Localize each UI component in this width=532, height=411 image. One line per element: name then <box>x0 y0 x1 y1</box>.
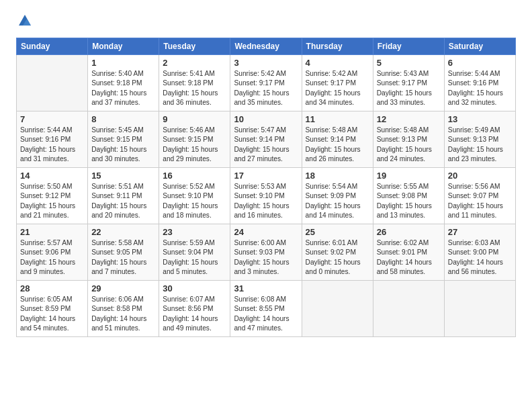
week-row-3: 14Sunrise: 5:50 AMSunset: 9:12 PMDayligh… <box>17 168 516 224</box>
day-number: 14 <box>20 171 84 181</box>
calendar-cell: 9Sunrise: 5:46 AMSunset: 9:15 PMDaylight… <box>159 111 230 168</box>
calendar-cell: 19Sunrise: 5:55 AMSunset: 9:08 PMDayligh… <box>373 168 444 224</box>
calendar-cell: 15Sunrise: 5:51 AMSunset: 9:11 PMDayligh… <box>88 168 159 224</box>
week-row-2: 7Sunrise: 5:44 AMSunset: 9:16 PMDaylight… <box>17 111 516 168</box>
day-info: Sunrise: 5:40 AMSunset: 9:18 PMDaylight:… <box>91 69 155 107</box>
day-number: 21 <box>20 227 84 237</box>
day-info: Sunrise: 5:56 AMSunset: 9:07 PMDaylight:… <box>448 182 512 220</box>
day-info: Sunrise: 5:45 AMSunset: 9:15 PMDaylight:… <box>91 126 155 164</box>
calendar-cell: 14Sunrise: 5:50 AMSunset: 9:12 PMDayligh… <box>17 168 88 224</box>
day-number: 8 <box>91 114 155 124</box>
day-number: 16 <box>163 171 226 181</box>
calendar-cell: 17Sunrise: 5:53 AMSunset: 9:10 PMDayligh… <box>230 168 302 224</box>
day-number: 5 <box>377 58 441 68</box>
calendar-cell: 16Sunrise: 5:52 AMSunset: 9:10 PMDayligh… <box>159 168 230 224</box>
day-info: Sunrise: 5:48 AMSunset: 9:13 PMDaylight:… <box>377 126 441 164</box>
day-info: Sunrise: 5:58 AMSunset: 9:05 PMDaylight:… <box>91 238 155 277</box>
calendar-cell: 20Sunrise: 5:56 AMSunset: 9:07 PMDayligh… <box>444 168 515 224</box>
day-info: Sunrise: 5:52 AMSunset: 9:10 PMDaylight:… <box>163 182 226 220</box>
calendar-cell <box>302 281 373 337</box>
day-number: 22 <box>91 227 155 237</box>
day-number: 15 <box>91 171 155 181</box>
day-info: Sunrise: 6:01 AMSunset: 9:02 PMDaylight:… <box>306 238 369 277</box>
week-row-1: 1Sunrise: 5:40 AMSunset: 9:18 PMDaylight… <box>17 55 516 111</box>
day-number: 12 <box>377 114 441 124</box>
day-info: Sunrise: 6:08 AMSunset: 8:55 PMDaylight:… <box>234 295 298 333</box>
day-number: 3 <box>234 58 298 68</box>
calendar-cell: 10Sunrise: 5:47 AMSunset: 9:14 PMDayligh… <box>230 111 302 168</box>
day-info: Sunrise: 5:44 AMSunset: 9:16 PMDaylight:… <box>448 69 512 107</box>
day-info: Sunrise: 5:51 AMSunset: 9:11 PMDaylight:… <box>91 182 155 220</box>
logo-icon <box>17 13 32 28</box>
day-info: Sunrise: 6:02 AMSunset: 9:01 PMDaylight:… <box>377 238 441 277</box>
calendar-cell <box>373 281 444 337</box>
day-number: 17 <box>234 171 298 181</box>
weekday-header-friday: Friday <box>373 38 444 55</box>
day-number: 6 <box>448 58 512 68</box>
calendar-cell: 28Sunrise: 6:05 AMSunset: 8:59 PMDayligh… <box>17 281 88 337</box>
day-info: Sunrise: 6:00 AMSunset: 9:03 PMDaylight:… <box>234 238 298 277</box>
day-info: Sunrise: 6:05 AMSunset: 8:59 PMDaylight:… <box>20 295 84 333</box>
weekday-header-saturday: Saturday <box>444 38 515 55</box>
calendar-cell: 4Sunrise: 5:42 AMSunset: 9:17 PMDaylight… <box>302 55 373 111</box>
day-info: Sunrise: 5:48 AMSunset: 9:14 PMDaylight:… <box>306 126 369 164</box>
calendar-cell <box>444 281 515 337</box>
day-info: Sunrise: 5:57 AMSunset: 9:06 PMDaylight:… <box>20 238 84 277</box>
calendar-cell: 8Sunrise: 5:45 AMSunset: 9:15 PMDaylight… <box>88 111 159 168</box>
calendar-cell: 26Sunrise: 6:02 AMSunset: 9:01 PMDayligh… <box>373 224 444 281</box>
day-info: Sunrise: 5:59 AMSunset: 9:04 PMDaylight:… <box>163 238 226 277</box>
calendar-cell: 30Sunrise: 6:07 AMSunset: 8:56 PMDayligh… <box>159 281 230 337</box>
day-number: 19 <box>377 171 441 181</box>
day-number: 10 <box>234 114 298 124</box>
calendar-cell: 21Sunrise: 5:57 AMSunset: 9:06 PMDayligh… <box>17 224 88 281</box>
day-info: Sunrise: 5:41 AMSunset: 9:18 PMDaylight:… <box>163 69 226 107</box>
calendar-cell: 12Sunrise: 5:48 AMSunset: 9:13 PMDayligh… <box>373 111 444 168</box>
day-info: Sunrise: 5:55 AMSunset: 9:08 PMDaylight:… <box>377 182 441 220</box>
weekday-header-tuesday: Tuesday <box>159 38 230 55</box>
calendar-cell: 5Sunrise: 5:43 AMSunset: 9:17 PMDaylight… <box>373 55 444 111</box>
day-info: Sunrise: 5:46 AMSunset: 9:15 PMDaylight:… <box>163 126 226 164</box>
day-info: Sunrise: 5:49 AMSunset: 9:13 PMDaylight:… <box>448 126 512 164</box>
header <box>16 13 516 28</box>
weekday-header-wednesday: Wednesday <box>230 38 302 55</box>
day-number: 30 <box>163 283 226 293</box>
day-number: 2 <box>163 58 226 68</box>
day-number: 18 <box>306 171 369 181</box>
week-row-4: 21Sunrise: 5:57 AMSunset: 9:06 PMDayligh… <box>17 224 516 281</box>
day-number: 20 <box>448 171 512 181</box>
calendar-cell <box>17 55 88 111</box>
calendar-cell: 31Sunrise: 6:08 AMSunset: 8:55 PMDayligh… <box>230 281 302 337</box>
day-number: 31 <box>234 283 298 293</box>
day-number: 29 <box>91 283 155 293</box>
day-number: 25 <box>306 227 369 237</box>
weekday-header-monday: Monday <box>88 38 159 55</box>
calendar-cell: 11Sunrise: 5:48 AMSunset: 9:14 PMDayligh… <box>302 111 373 168</box>
calendar-cell: 7Sunrise: 5:44 AMSunset: 9:16 PMDaylight… <box>17 111 88 168</box>
day-info: Sunrise: 5:50 AMSunset: 9:12 PMDaylight:… <box>20 182 84 220</box>
day-number: 24 <box>234 227 298 237</box>
day-info: Sunrise: 5:47 AMSunset: 9:14 PMDaylight:… <box>234 126 298 164</box>
day-info: Sunrise: 6:03 AMSunset: 9:00 PMDaylight:… <box>448 238 512 277</box>
calendar-cell: 18Sunrise: 5:54 AMSunset: 9:09 PMDayligh… <box>302 168 373 224</box>
day-number: 23 <box>163 227 226 237</box>
day-number: 13 <box>448 114 512 124</box>
calendar-cell: 27Sunrise: 6:03 AMSunset: 9:00 PMDayligh… <box>444 224 515 281</box>
weekday-header-sunday: Sunday <box>17 38 88 55</box>
day-number: 4 <box>306 58 369 68</box>
page: SundayMondayTuesdayWednesdayThursdayFrid… <box>0 0 532 348</box>
day-number: 28 <box>20 283 84 293</box>
day-info: Sunrise: 5:43 AMSunset: 9:17 PMDaylight:… <box>377 69 441 107</box>
calendar-cell: 13Sunrise: 5:49 AMSunset: 9:13 PMDayligh… <box>444 111 515 168</box>
calendar-cell: 6Sunrise: 5:44 AMSunset: 9:16 PMDaylight… <box>444 55 515 111</box>
day-info: Sunrise: 5:53 AMSunset: 9:10 PMDaylight:… <box>234 182 298 220</box>
calendar: SundayMondayTuesdayWednesdayThursdayFrid… <box>16 38 516 337</box>
day-info: Sunrise: 6:07 AMSunset: 8:56 PMDaylight:… <box>163 295 226 333</box>
week-row-5: 28Sunrise: 6:05 AMSunset: 8:59 PMDayligh… <box>17 281 516 337</box>
calendar-cell: 24Sunrise: 6:00 AMSunset: 9:03 PMDayligh… <box>230 224 302 281</box>
day-number: 26 <box>377 227 441 237</box>
weekday-header-row: SundayMondayTuesdayWednesdayThursdayFrid… <box>17 38 516 55</box>
day-info: Sunrise: 5:54 AMSunset: 9:09 PMDaylight:… <box>306 182 369 220</box>
calendar-cell: 22Sunrise: 5:58 AMSunset: 9:05 PMDayligh… <box>88 224 159 281</box>
day-number: 11 <box>306 114 369 124</box>
day-number: 7 <box>20 114 84 124</box>
